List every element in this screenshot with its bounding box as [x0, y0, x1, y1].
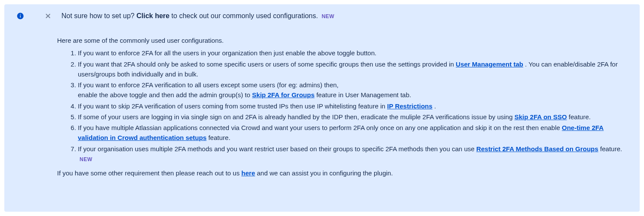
list-item: If you want to enforce 2FA verification … [78, 80, 624, 100]
item-text: feature. [207, 134, 231, 141]
list-item: If some of your users are logging in via… [78, 112, 624, 122]
title-suffix: to check out our commonly used configura… [170, 12, 320, 19]
svg-rect-2 [20, 14, 21, 15]
ip-restrictions-link[interactable]: IP Restrictions [387, 102, 433, 110]
item-text: . [433, 102, 436, 110]
outro-text: If you have some other requirement then … [57, 168, 624, 178]
item-text: feature. [567, 113, 591, 121]
contact-here-link[interactable]: here [241, 169, 255, 177]
list-item: If you want that 2FA should only be aske… [78, 59, 624, 79]
new-badge: NEW [80, 156, 93, 164]
title-prefix: Not sure how to set up? [61, 12, 136, 19]
item-text: feature. [598, 145, 622, 152]
intro-text: Here are some of the commonly used user … [57, 35, 624, 45]
list-item: If your organisation uses multiple 2FA m… [78, 144, 624, 164]
item-text: If some of your users are logging in via… [78, 113, 514, 121]
user-management-tab-link[interactable]: User Management tab [456, 60, 523, 68]
item-text: enable the above toggle and then add the… [78, 91, 252, 98]
new-badge: NEW [322, 13, 335, 19]
restrict-2fa-groups-link[interactable]: Restrict 2FA Methods Based on Groups [476, 145, 598, 152]
item-text: If you have multiple Atlassian applicati… [78, 124, 562, 131]
item-text: If you want to enforce 2FA verification … [78, 81, 339, 89]
list-item: If you have multiple Atlassian applicati… [78, 123, 624, 143]
item-text: If your organisation uses multiple 2FA m… [78, 145, 476, 152]
item-text: feature in User Management tab. [314, 91, 411, 98]
config-list: If you want to enforce 2FA for all the u… [57, 48, 624, 164]
skip-2fa-groups-link[interactable]: Skip 2FA for Groups [252, 91, 314, 98]
setup-help-notice: Not sure how to set up? Click here to ch… [4, 4, 640, 212]
close-icon[interactable] [45, 13, 51, 19]
notice-body: Here are some of the commonly used user … [57, 35, 624, 178]
outro-suffix: and we can assist you in configuring the… [255, 169, 393, 177]
notice-header: Not sure how to set up? Click here to ch… [15, 12, 629, 20]
item-text: If you want to skip 2FA verification of … [78, 102, 387, 110]
item-text: If you want that 2FA should only be aske… [78, 60, 456, 68]
click-here-text[interactable]: Click here [136, 12, 169, 19]
skip-2fa-sso-link[interactable]: Skip 2FA on SSO [514, 113, 567, 121]
outro-prefix: If you have some other requirement then … [57, 169, 241, 177]
list-item: If you want to enforce 2FA for all the u… [78, 48, 624, 58]
info-icon [16, 12, 24, 20]
list-item: If you want to skip 2FA verification of … [78, 101, 624, 111]
svg-rect-1 [20, 16, 21, 18]
notice-title: Not sure how to set up? Click here to ch… [61, 12, 334, 20]
